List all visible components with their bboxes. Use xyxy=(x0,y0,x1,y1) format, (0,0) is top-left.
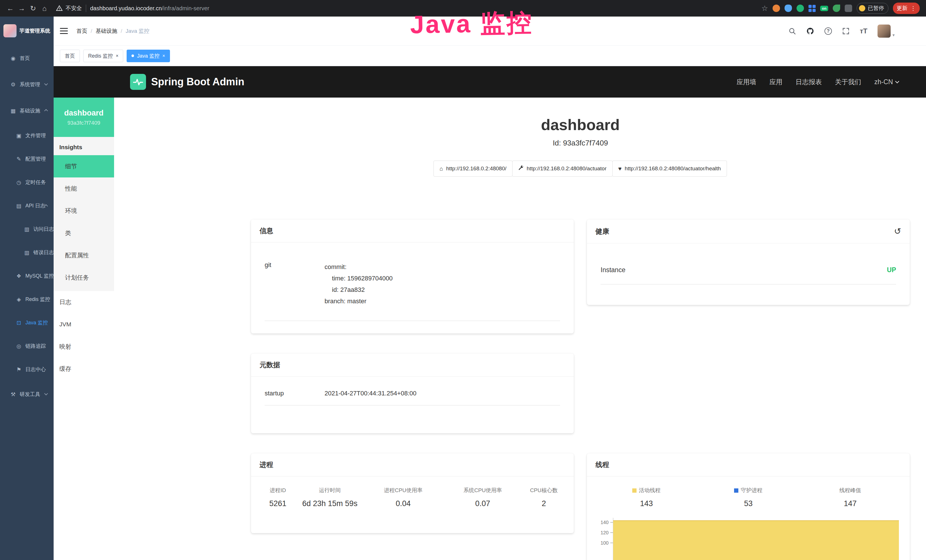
tab-redis-monitor[interactable]: Redis 监控 × xyxy=(83,50,123,62)
profile-paused-chip[interactable]: 已暂停 xyxy=(857,3,888,14)
card-title: 信息 xyxy=(251,219,574,242)
search-icon[interactable] xyxy=(788,27,796,35)
sba-item-environment[interactable]: 环境 xyxy=(54,200,114,222)
nav-wallboard[interactable]: 应用墙 xyxy=(737,77,756,86)
help-icon[interactable]: ? xyxy=(825,27,832,35)
legend-swatch xyxy=(734,488,738,493)
extension-icon[interactable] xyxy=(796,5,804,12)
logo-avatar xyxy=(3,24,17,37)
close-icon[interactable]: × xyxy=(116,54,118,58)
stat-value: 0.04 xyxy=(363,499,443,508)
sidebar-item-trace[interactable]: ◎ 链路追踪 xyxy=(0,334,54,358)
legend-value: 53 xyxy=(697,499,799,508)
tab-java-monitor[interactable]: Java 监控 × xyxy=(127,50,170,62)
sidebar-item-system[interactable]: ⚙ 系统管理 xyxy=(0,71,54,98)
site-security-chip[interactable]: 不安全 xyxy=(56,5,82,12)
instance-links: ⌂ http://192.168.0.2:48080/ http://192.1… xyxy=(251,160,910,177)
file-icon: ▣ xyxy=(15,132,22,139)
sidebar-item-java-monitor[interactable]: ⊡ Java 监控 xyxy=(0,311,54,334)
nav-journal[interactable]: 日志报表 xyxy=(796,77,822,86)
sba-item-mappings[interactable]: 映射 xyxy=(54,336,114,358)
sba-main: dashboard Id: 93a3fc7f7409 ⌂ http://192.… xyxy=(114,98,926,560)
sidebar-item-file-manage[interactable]: ▣ 文件管理 xyxy=(0,124,54,147)
sidebar-item-home[interactable]: ◉ 首页 xyxy=(0,45,54,71)
sidebar-item-log-center[interactable]: ⚑ 日志中心 xyxy=(0,358,54,381)
history-icon[interactable]: ↺ xyxy=(894,226,901,236)
sba-brand[interactable]: Spring Boot Admin xyxy=(130,74,244,90)
actuator-url-link[interactable]: http://192.168.0.2:48080/actuator xyxy=(512,160,613,177)
update-button[interactable]: 更新 ⋮ xyxy=(893,3,920,14)
nav-applications[interactable]: 应用 xyxy=(769,77,782,86)
reload-icon[interactable]: ↻ xyxy=(27,3,39,14)
breadcrumb-item[interactable]: 基础设施 xyxy=(95,27,117,35)
tab-home[interactable]: 首页 xyxy=(60,50,80,62)
github-icon[interactable] xyxy=(806,27,814,35)
svg-text:100: 100 xyxy=(601,540,608,546)
locale-select[interactable]: zh-CN xyxy=(875,78,899,86)
legend-label: 线程峰值 xyxy=(839,487,861,494)
forward-icon[interactable]: → xyxy=(16,3,27,14)
stat-system-cpu: 系统CPU使用率 0.07 xyxy=(443,487,522,508)
url-domain: dashboard.yudao.iocoder.cn xyxy=(90,5,162,11)
home-icon[interactable]: ⌂ xyxy=(39,3,50,14)
sba-item-caches[interactable]: 缓存 xyxy=(54,358,114,380)
sba-nav-links: 应用墙 应用 日志报表 关于我们 zh-CN xyxy=(737,77,899,86)
chevron-down-icon xyxy=(44,82,48,86)
back-icon[interactable]: ← xyxy=(5,3,16,14)
address-bar[interactable]: dashboard.yudao.iocoder.cn/infra/admin-s… xyxy=(90,5,209,12)
chevron-down-icon xyxy=(895,79,899,83)
sidebar-item-mysql-monitor[interactable]: ❖ MySQL 监控 xyxy=(0,264,54,288)
row-label: Instance xyxy=(601,266,625,274)
nav-about[interactable]: 关于我们 xyxy=(835,77,861,86)
card-title: 进程 xyxy=(251,453,574,477)
close-icon[interactable]: × xyxy=(162,54,165,58)
browser-toolbar: ← → ↻ ⌂ 不安全 dashboard.yudao.iocoder.cn/i… xyxy=(0,0,926,17)
extension-on-badge[interactable]: on xyxy=(820,6,828,11)
row-label: startup xyxy=(265,390,325,397)
extension-icon[interactable] xyxy=(773,5,780,12)
sidebar-item-config-manage[interactable]: ✎ 配置管理 xyxy=(0,147,54,171)
breadcrumb-separator: / xyxy=(121,28,122,34)
breadcrumb-item[interactable]: 首页 xyxy=(76,27,87,35)
stat-label: 运行时间 xyxy=(296,487,364,494)
sba-item-classes[interactable]: 类 xyxy=(54,222,114,244)
profile-avatar xyxy=(859,5,865,11)
clock-icon: ◷ xyxy=(15,179,22,186)
health-url-link[interactable]: ♥ http://192.168.0.2:48080/actuator/heal… xyxy=(612,160,727,177)
sidebar-item-label: 日志中心 xyxy=(26,366,46,373)
sba-item-config-props[interactable]: 配置属性 xyxy=(54,244,114,266)
legend-live-threads: 活动线程 143 xyxy=(595,487,697,508)
app-title: 芋道管理系统 xyxy=(20,27,50,34)
sba-item-logs[interactable]: 日志 xyxy=(54,291,114,313)
trace-icon: ◎ xyxy=(15,343,22,350)
sba-item-details[interactable]: 细节 xyxy=(54,155,114,177)
sidebar-item-dev-tools[interactable]: ⚒ 研发工具 xyxy=(0,381,54,407)
sidebar-item-api-log[interactable]: ▤ API 日志 xyxy=(0,194,54,217)
sba-item-scheduled-tasks[interactable]: 计划任务 xyxy=(54,266,114,289)
bookmark-star-icon[interactable]: ☆ xyxy=(761,4,768,13)
divider xyxy=(86,5,86,12)
legend-label: 活动线程 xyxy=(639,487,661,494)
sba-item-jvm[interactable]: JVM xyxy=(54,313,114,336)
extension-icon[interactable] xyxy=(845,5,852,12)
sidebar-item-scheduled-job[interactable]: ◷ 定时任务 xyxy=(0,171,54,194)
dashboard-icon: ◉ xyxy=(10,55,17,62)
sidebar-item-access-log[interactable]: ▥ 访问日志 xyxy=(0,217,54,241)
font-size-icon[interactable]: ᴛT xyxy=(860,27,867,35)
service-url-link[interactable]: ⌂ http://192.168.0.2:48080/ xyxy=(433,160,512,177)
instance-id: 93a3fc7f7409 xyxy=(67,120,100,126)
user-menu[interactable]: ▾ xyxy=(878,24,895,38)
sidebar-item-infra[interactable]: ▦ 基础设施 xyxy=(0,98,54,124)
extension-icon[interactable] xyxy=(808,5,816,12)
avatar xyxy=(878,24,891,38)
extension-icon[interactable] xyxy=(833,5,840,12)
fullscreen-icon[interactable] xyxy=(842,27,850,35)
sidebar-item-redis-monitor[interactable]: ◈ Redis 监控 xyxy=(0,288,54,311)
sidebar-toggle-icon[interactable] xyxy=(60,28,68,34)
sidebar-item-error-log[interactable]: ▥ 错误日志 xyxy=(0,241,54,264)
url-path: /infra/admin-server xyxy=(162,5,209,11)
app-logo[interactable]: 芋道管理系统 xyxy=(0,17,54,45)
sba-item-performance[interactable]: 性能 xyxy=(54,177,114,200)
extension-icon[interactable] xyxy=(785,5,792,12)
instance-header[interactable]: dashboard 93a3fc7f7409 xyxy=(54,98,114,137)
